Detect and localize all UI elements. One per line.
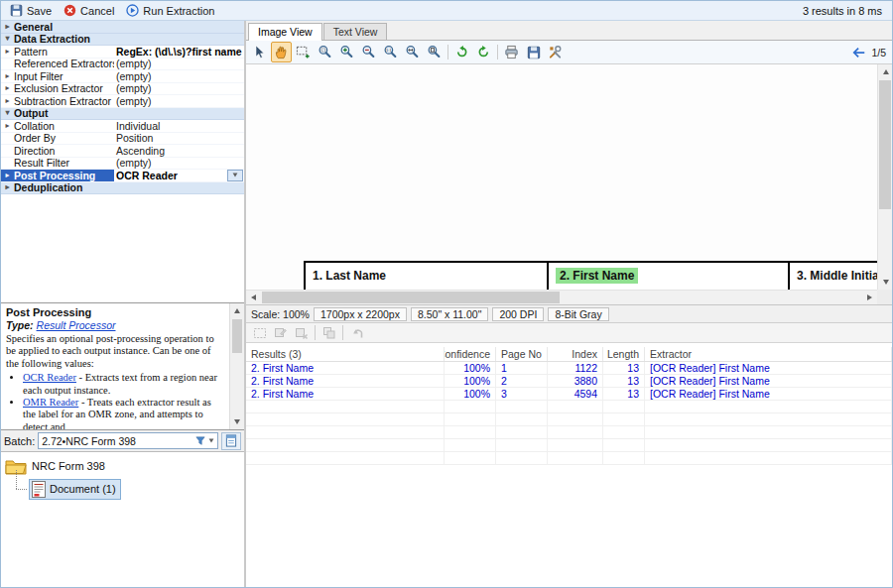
ocr-reader-link[interactable]: OCR Reader [23, 372, 76, 383]
property-value[interactable]: (empty) [114, 157, 244, 169]
propgrid-row-pattern[interactable]: ▸ Pattern RegEx: (\d\.\s)?first name [1, 46, 244, 59]
run-extraction-button[interactable]: Run Extraction [121, 3, 219, 18]
tree-item-batch-root[interactable]: NRC Form 398 [5, 455, 244, 477]
fit-page-icon [427, 45, 442, 59]
image-viewport[interactable]: 1. Last Name Wyatt 2. First Name Benjami… [246, 64, 892, 305]
scroll-up-button[interactable] [878, 64, 892, 79]
expander-icon[interactable]: ▸ [1, 70, 14, 82]
scrollbar-thumb[interactable] [232, 319, 242, 353]
propgrid-row-input-filter[interactable]: ▸ Input Filter (empty) [1, 70, 244, 83]
expander-icon[interactable]: ▸ [1, 181, 14, 193]
expander-icon[interactable]: ▸ [1, 120, 14, 132]
rotate-ccw-button[interactable] [451, 42, 472, 62]
column-header-results[interactable]: Results (3) [246, 347, 445, 361]
save-image-button[interactable] [523, 42, 544, 62]
zoom-region-button[interactable] [315, 42, 335, 62]
horizontal-scrollbar[interactable] [246, 290, 877, 304]
scroll-right-button[interactable] [862, 291, 877, 305]
column-header-extractor[interactable]: Extractor [645, 347, 892, 361]
cancel-button[interactable]: Cancel [59, 3, 119, 18]
result-processor-link[interactable]: Result Processor [37, 319, 116, 331]
property-value[interactable]: Ascending [114, 145, 244, 157]
scroll-left-button[interactable] [246, 291, 261, 305]
selected-tree-node[interactable]: Document (1) [29, 479, 121, 500]
propgrid-category-deduplication[interactable]: ▸ Deduplication [1, 182, 244, 195]
result-row[interactable]: 2. First Name 100% 2 3880 13 [OCR Reader… [246, 375, 892, 388]
delete-zone-icon [295, 326, 309, 340]
omr-reader-link[interactable]: OMR Reader [23, 397, 78, 408]
print-button[interactable] [501, 42, 522, 62]
propgrid-row-post-processing-selected[interactable]: ▸ Post Processing OCR Reader [1, 170, 244, 182]
propgrid-category-data-extraction[interactable]: ▾ Data Extraction [1, 34, 244, 47]
batch-selector[interactable]: 2.72•NRC Form 398 [38, 432, 218, 449]
expander-icon[interactable]: ▸ [1, 46, 14, 58]
result-row[interactable]: 2. First Name 100% 3 4594 13 [OCR Reader… [246, 388, 892, 401]
vertical-scrollbar[interactable] [877, 64, 892, 290]
scrollbar-thumb[interactable] [262, 292, 560, 303]
document-grid-icon [225, 434, 237, 447]
zoom-in-button[interactable] [336, 42, 357, 62]
cancel-label: Cancel [80, 5, 114, 17]
scroll-up-button[interactable] [230, 303, 244, 318]
chevron-down-icon [209, 439, 214, 443]
tab-image-view[interactable]: Image View [248, 23, 322, 41]
select-zone-icon [253, 326, 267, 340]
fit-page-button[interactable] [424, 42, 445, 62]
expander-icon[interactable]: ▾ [1, 107, 14, 119]
zoom-actual-size-button[interactable]: 1:1 [380, 42, 401, 62]
property-value[interactable]: RegEx: (\d\.\s)?first name [114, 46, 244, 58]
rotate-cw-icon [476, 45, 491, 59]
expander-icon[interactable]: ▸ [1, 21, 14, 33]
column-header-confidence[interactable]: Confidence [445, 347, 496, 361]
property-value[interactable]: Individual [114, 120, 244, 132]
propgrid-row-exclusion-extractor[interactable]: ▸ Exclusion Extractor (empty) [1, 83, 244, 96]
property-value[interactable]: (empty) [114, 58, 244, 69]
tab-text-view[interactable]: Text View [323, 23, 388, 40]
select-region-button[interactable] [293, 42, 314, 62]
property-value[interactable]: (empty) [114, 82, 244, 94]
dropdown-button[interactable] [227, 170, 243, 181]
expander-icon[interactable]: ▸ [1, 170, 14, 181]
property-value[interactable]: Position [114, 132, 244, 144]
propgrid-row-subtraction-extractor[interactable]: ▸ Subtraction Extractor (empty) [1, 95, 244, 108]
save-button[interactable]: Save [5, 3, 57, 18]
category-label: Output [14, 107, 114, 119]
propgrid-row-referenced-extractors[interactable]: Referenced Extractors (empty) [1, 59, 244, 71]
fit-width-button[interactable] [402, 42, 423, 62]
result-length: 13 [603, 362, 645, 374]
propgrid-category-general[interactable]: ▸ General [1, 21, 244, 34]
propgrid-row-result-filter[interactable]: Result Filter (empty) [1, 158, 244, 171]
merge-zones-button [319, 324, 338, 342]
arrow-right-icon [867, 294, 872, 300]
scroll-down-button[interactable] [878, 275, 892, 290]
help-scrollbar[interactable] [229, 303, 244, 429]
scroll-down-button[interactable] [230, 414, 244, 429]
result-extractor: [OCR Reader] First Name [645, 362, 892, 374]
zoom-out-button[interactable] [358, 42, 379, 62]
column-header-length[interactable]: Length [603, 347, 645, 361]
previous-page-button[interactable] [852, 47, 866, 59]
propgrid-row-collation[interactable]: ▸ Collation Individual [1, 120, 244, 133]
property-value[interactable]: (empty) [114, 95, 244, 107]
extraction-status-text: 3 results in 8 ms [803, 5, 888, 17]
result-page: 2 [496, 375, 548, 387]
expander-icon[interactable]: ▸ [1, 95, 14, 107]
pan-tool-button[interactable] [271, 42, 292, 62]
property-value[interactable]: (empty) [114, 70, 244, 82]
result-row[interactable]: 2. First Name 100% 1 1122 13 [OCR Reader… [246, 362, 892, 375]
expander-icon[interactable]: ▸ [1, 82, 14, 94]
propgrid-row-direction[interactable]: Direction Ascending [1, 145, 244, 158]
pointer-tool-button[interactable] [249, 42, 270, 62]
expander-icon[interactable]: ▾ [1, 33, 14, 45]
scrollbar-thumb[interactable] [879, 80, 891, 209]
open-batch-button[interactable] [221, 432, 241, 450]
rotate-cw-button[interactable] [473, 42, 494, 62]
property-value[interactable]: OCR Reader [114, 170, 227, 181]
column-header-index[interactable]: Index [548, 347, 603, 361]
undo-button [347, 324, 366, 342]
image-settings-button[interactable] [545, 42, 566, 62]
propgrid-row-order-by[interactable]: Order By Position [1, 133, 244, 146]
column-header-page-no[interactable]: Page No [496, 347, 548, 361]
tree-item-document[interactable]: Document (1) [29, 477, 244, 501]
propgrid-category-output[interactable]: ▾ Output [1, 108, 244, 121]
